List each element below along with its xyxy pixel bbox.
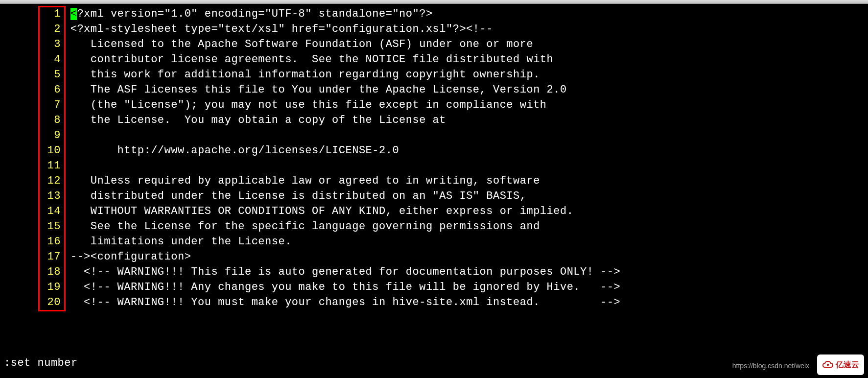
svg-point-0 (827, 364, 829, 366)
code-line[interactable]: 11 (0, 159, 868, 174)
code-text: The ASF licenses this file to You under … (70, 83, 868, 98)
code-line[interactable]: 4 contributor license agreements. See th… (0, 52, 868, 68)
code-line[interactable]: 17 --><configuration> (0, 250, 868, 265)
code-text: the License. You may obtain a copy of th… (70, 113, 868, 128)
line-number: 12 (0, 174, 64, 189)
code-line[interactable]: 9 (0, 128, 868, 143)
brand-logo-text: 亿速云 (836, 359, 859, 370)
code-line[interactable]: 14 WITHOUT WARRANTIES OR CONDITIONS OF A… (0, 204, 868, 219)
code-line[interactable]: 7 (the "License"); you may not use this … (0, 98, 868, 113)
code-line[interactable]: 20 <!-- WARNING!!! You must make your ch… (0, 295, 868, 310)
code-line[interactable]: 6 The ASF licenses this file to You unde… (0, 83, 868, 98)
line-number: 15 (0, 219, 64, 235)
code-line[interactable]: 12 Unless required by applicable law or … (0, 174, 868, 189)
code-text: --><configuration> (70, 250, 868, 265)
code-line[interactable]: 8 the License. You may obtain a copy of … (0, 113, 868, 128)
code-text: <?xml-stylesheet type="text/xsl" href="c… (70, 22, 868, 37)
code-line[interactable]: 19 <!-- WARNING!!! Any changes you make … (0, 280, 868, 295)
code-line[interactable]: 1 <?xml version="1.0" encoding="UTF-8" s… (0, 7, 868, 22)
line-number: 8 (0, 113, 64, 128)
code-text: http://www.apache.org/licenses/LICENSE-2… (70, 143, 868, 159)
line-number: 1 (0, 7, 64, 22)
code-text: <!-- WARNING!!! This file is auto genera… (70, 265, 868, 280)
line-number: 5 (0, 68, 64, 83)
code-line[interactable]: 10 http://www.apache.org/licenses/LICENS… (0, 143, 868, 159)
code-line[interactable]: 13 distributed under the License is dist… (0, 189, 868, 204)
code-line[interactable]: 18 <!-- WARNING!!! This file is auto gen… (0, 265, 868, 280)
brand-logo: 亿速云 (817, 354, 864, 375)
line-number: 11 (0, 159, 64, 174)
code-line[interactable]: 16 limitations under the License. (0, 235, 868, 250)
line-number: 4 (0, 52, 64, 68)
source-watermark: https://blog.csdn.net/weix (732, 361, 809, 371)
line-number: 2 (0, 22, 64, 37)
line-number: 10 (0, 143, 64, 159)
line-number: 14 (0, 204, 64, 219)
code-text: <!-- WARNING!!! You must make your chang… (70, 295, 868, 310)
line-number: 16 (0, 235, 64, 250)
code-line[interactable]: 5 this work for additional information r… (0, 68, 868, 83)
window-titlebar (0, 0, 868, 4)
code-text: See the License for the specific languag… (70, 219, 868, 235)
code-line[interactable]: 3 Licensed to the Apache Software Founda… (0, 37, 868, 52)
code-text: (the "License"); you may not use this fi… (70, 98, 868, 113)
line-number: 7 (0, 98, 64, 113)
code-text: WITHOUT WARRANTIES OR CONDITIONS OF ANY … (70, 204, 868, 219)
line-number: 6 (0, 83, 64, 98)
cloud-icon (822, 360, 834, 369)
line-number: 17 (0, 250, 64, 265)
code-text: this work for additional information reg… (70, 68, 868, 83)
line-number: 3 (0, 37, 64, 52)
code-text: limitations under the License. (70, 235, 868, 250)
code-text: distributed under the License is distrib… (70, 189, 868, 204)
code-text: contributor license agreements. See the … (70, 52, 868, 68)
line-number: 13 (0, 189, 64, 204)
code-line[interactable]: 15 See the License for the specific lang… (0, 219, 868, 235)
line-number: 9 (0, 128, 64, 143)
line-number: 20 (0, 295, 64, 310)
code-text: Unless required by applicable law or agr… (70, 174, 868, 189)
vim-command-line[interactable]: :set number (4, 356, 78, 371)
code-line[interactable]: 2 <?xml-stylesheet type="text/xsl" href=… (0, 22, 868, 37)
text-cursor: < (70, 8, 77, 20)
code-text: Licensed to the Apache Software Foundati… (70, 37, 868, 52)
line-number: 19 (0, 280, 64, 295)
line-number: 18 (0, 265, 64, 280)
code-text: <!-- WARNING!!! Any changes you make to … (70, 280, 868, 295)
editor-viewport[interactable]: 1 <?xml version="1.0" encoding="UTF-8" s… (0, 4, 868, 310)
code-text: <?xml version="1.0" encoding="UTF-8" sta… (70, 7, 868, 22)
